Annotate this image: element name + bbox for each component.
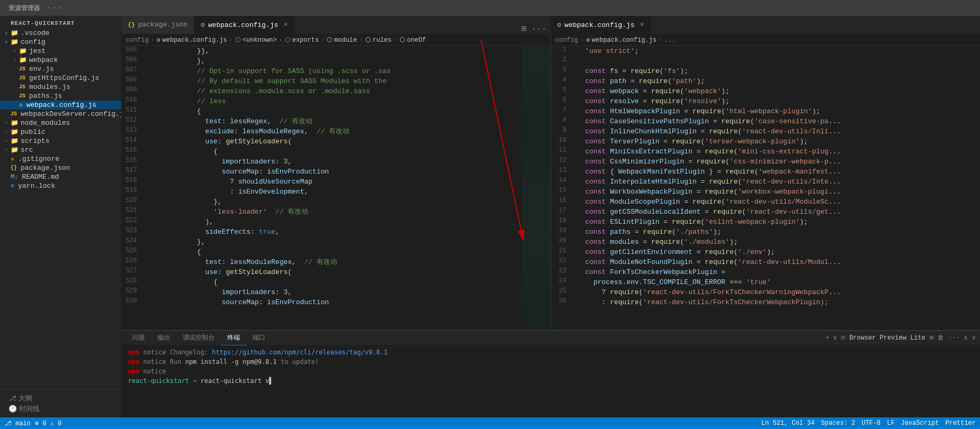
panel-tab-problems[interactable]: 问题 — [126, 331, 151, 345]
code-line-r11: 11 const MiniCssExtractPlugin = require(… — [551, 147, 981, 157]
line-ending[interactable]: LF — [887, 419, 894, 427]
code-line-r5: 5 const webpack = require('webpack'); — [551, 86, 981, 96]
sidebar-item[interactable]: {} package.json — [0, 163, 121, 172]
error-count[interactable]: ⊗ 0 ⚠ 0 — [35, 419, 61, 427]
panel-tab-output[interactable]: 输出 — [151, 331, 177, 345]
sidebar-title: REACT-QUICKSTART — [0, 16, 121, 29]
sidebar-item-webpack-config[interactable]: ⚙ webpack.config.js — [0, 101, 121, 109]
code-editor-right[interactable]: 1 'use strict'; 2 3 const fs = require('… — [551, 46, 981, 330]
panel-collapse-down[interactable]: ∨ — [972, 334, 976, 342]
tab-close-button[interactable]: × — [640, 21, 644, 29]
tree-item-label: jest — [29, 47, 45, 55]
code-line-514: 514 use: getStyleLoaders( — [122, 136, 551, 147]
code-line-520: 520 }, — [122, 197, 551, 207]
js-file-icon: JS — [19, 75, 25, 81]
formatter[interactable]: Prettier — [945, 419, 976, 427]
code-line-r12: 12 const CssMinimizerPlugin = require('c… — [551, 157, 981, 167]
sidebar-item[interactable]: JS modules.js — [0, 83, 121, 92]
panel-tab-debug-console[interactable]: 调试控制台 — [177, 331, 221, 345]
json-icon: {} — [11, 165, 17, 171]
sidebar-item[interactable]: › 📁 jest — [0, 47, 121, 56]
tab-webpack-config-right[interactable]: ⚙ webpack.config.js × — [551, 16, 651, 34]
code-line-527: 527 use: getStyleLoaders( — [122, 267, 551, 277]
sidebar-item[interactable]: › 📁 public — [0, 127, 121, 136]
code-line-506: 506 }, — [122, 56, 551, 66]
code-line-519: 519 : isEnvDevelopment, — [122, 187, 551, 197]
sidebar-outline[interactable]: ⎇ 大纲 — [6, 393, 115, 404]
code-line-r13: 13 const { WebpackManifestPlugin } = req… — [551, 167, 981, 177]
breadcrumb-file: webpack.config.js — [592, 36, 657, 44]
git-branch[interactable]: ⎇ main — [4, 419, 31, 427]
folder-icon: 📁 — [19, 56, 27, 64]
js-file-icon: JS — [11, 111, 17, 117]
sidebar: REACT-QUICKSTART ▾ 📁 .vscode ▾ 📁 config … — [0, 16, 122, 417]
encoding[interactable]: UTF-8 — [862, 419, 881, 427]
webpack-file-icon: ⚙ — [19, 102, 23, 108]
sidebar-item[interactable]: M↓ README.md — [0, 172, 121, 181]
code-line-523: 523 sideEffects: true, — [122, 227, 551, 237]
panel-split-button[interactable]: ⊡ — [841, 334, 845, 342]
code-line-518: 518 ? shouldUseSourceMap — [122, 177, 551, 187]
code-line-525: 525 { — [122, 247, 551, 257]
panel-add-button[interactable]: + ∨ — [826, 334, 837, 342]
sidebar-item[interactable]: › 📁 webpack — [0, 56, 121, 65]
indent-size[interactable]: Spaces: 2 — [821, 419, 855, 427]
language-mode[interactable]: JavaScript — [901, 419, 939, 427]
terminal-content[interactable]: npm notice Changelog: https://github.com… — [122, 345, 980, 417]
sidebar-item[interactable]: JS paths.js — [0, 92, 121, 101]
sidebar-item[interactable]: › 📁 node_modules — [0, 118, 121, 127]
sidebar-timeline[interactable]: 🕐 时间线 — [6, 404, 115, 414]
code-line-r4: 4 const path = require('path'); — [551, 76, 981, 86]
sidebar-item[interactable]: › 📁 scripts — [0, 136, 121, 145]
sidebar-item[interactable]: JS env.js — [0, 65, 121, 74]
panel-collapse-up[interactable]: ∧ — [964, 334, 968, 342]
timeline-label: 时间线 — [19, 404, 40, 414]
panel-delete-button[interactable]: 🗑 — [938, 334, 944, 342]
tab-package-json[interactable]: {} package.json — [122, 16, 195, 34]
titlebar-menu-dots[interactable]: ··· — [47, 3, 62, 13]
tree-item-label: webpack — [29, 56, 58, 64]
panel-tab-ports[interactable]: 端口 — [246, 331, 272, 345]
code-line-509: 509 // extensions .module.scss or .modul… — [122, 86, 551, 96]
breadcrumb-folder: config — [126, 36, 149, 44]
panel-actions: + ∨ ⊡ Browser Preview Lite ⊞ 🗑 ··· ∧ ∨ — [826, 334, 976, 342]
folder-icon: 📁 — [19, 47, 27, 55]
breadcrumb-right: config › ⚙ webpack.config.js › ... — [551, 34, 981, 46]
breadcrumb-exports: ⬡ — [285, 36, 290, 44]
tree-arrow: › — [2, 138, 11, 144]
sidebar-item[interactable]: JS webpackDevServer.config.js — [0, 109, 121, 118]
sidebar-item[interactable]: ▾ 📁 config — [0, 38, 121, 47]
tab-webpack-config-left[interactable]: ⚙ webpack.config.js × — [195, 16, 295, 34]
tree-item-label: src — [21, 146, 33, 154]
split-editor-button[interactable]: ⊞ ··· — [517, 23, 551, 34]
tree-arrow: › — [2, 129, 11, 135]
sidebar-item[interactable]: ▾ 📁 .vscode — [0, 29, 121, 38]
folder-icon: 📁 — [11, 128, 19, 136]
sidebar-item[interactable]: ◈ .gitignore — [0, 154, 121, 163]
editor-pane-right: config › ⚙ webpack.config.js › ... 1 'us… — [551, 34, 981, 330]
yarn-icon: ⊛ — [11, 182, 14, 190]
git-icon: ◈ — [11, 155, 14, 163]
breadcrumb-module: ⬡ — [327, 36, 332, 44]
cursor-position[interactable]: Ln 521, Col 34 — [761, 419, 815, 427]
sidebar-item[interactable]: ⊛ yarn.lock — [0, 181, 121, 190]
editor-area: {} package.json ⚙ webpack.config.js × ⊞ … — [122, 16, 980, 417]
sidebar-item[interactable]: › 📁 src — [0, 145, 121, 154]
code-line-515: 515 { — [122, 147, 551, 157]
code-line-r8: 8 const CaseSensitivePathsPlugin = requi… — [551, 116, 981, 126]
folder-icon: 📁 — [11, 119, 19, 127]
tab-close-button[interactable]: × — [283, 21, 288, 29]
code-line-r19: 19 const paths = require('./paths'); — [551, 227, 981, 237]
code-line-r22: 22 const ModuleNotFoundPlugin = require(… — [551, 257, 981, 267]
panel-layout-button[interactable]: ⊞ — [930, 334, 933, 342]
code-editor-left[interactable]: 505 }}, 506 }, 507 // Op — [122, 46, 551, 330]
tree-item-label: paths.js — [29, 92, 62, 100]
tab-label: webpack.config.js — [565, 21, 635, 29]
code-line-516: 516 importLoaders: 3, — [122, 157, 551, 167]
browser-preview-button[interactable]: Browser Preview Lite — [849, 334, 926, 342]
panel-tab-terminal[interactable]: 终端 — [221, 331, 246, 345]
code-line-r25: 25 ? require('react-dev-utils/ForkTsChec… — [551, 287, 981, 297]
folder-icon: 📁 — [11, 29, 19, 37]
panel-more-button[interactable]: ··· — [948, 334, 960, 342]
sidebar-item[interactable]: JS getHttpsConfig.js — [0, 74, 121, 83]
